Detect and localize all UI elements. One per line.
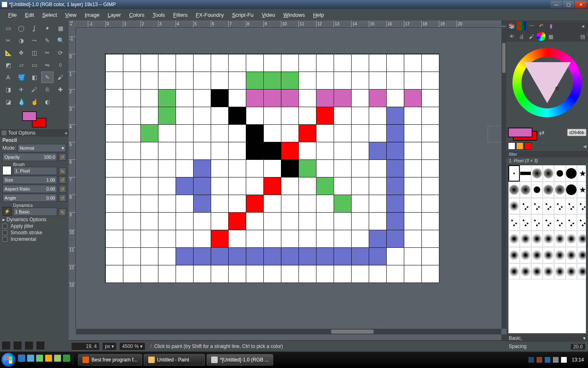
tray-icon[interactable] xyxy=(545,357,550,363)
pixel[interactable] xyxy=(158,90,176,107)
tool-paintbrush[interactable]: 🖌 xyxy=(54,72,67,83)
save-preset-button[interactable] xyxy=(2,341,11,350)
scrollbar-thumb[interactable] xyxy=(502,43,506,73)
tool-scissors[interactable]: ✂ xyxy=(2,35,14,46)
tray-icon[interactable] xyxy=(537,357,542,363)
ql-icon[interactable] xyxy=(45,355,52,362)
pixel[interactable] xyxy=(387,142,404,159)
color-hex-field[interactable]: d264bb xyxy=(567,129,586,136)
pixel[interactable] xyxy=(229,107,246,124)
spacing-field[interactable]: Spacing 20.0 xyxy=(506,342,588,352)
pixel[interactable] xyxy=(299,125,316,142)
pixel[interactable] xyxy=(334,248,351,265)
window-minimize-button[interactable]: — xyxy=(550,1,562,8)
brush-thumb[interactable] xyxy=(531,263,543,280)
aspect-reset-button[interactable]: ↺ xyxy=(59,185,66,193)
brush-preview[interactable] xyxy=(2,166,11,175)
pixel[interactable] xyxy=(369,90,386,107)
brush-thumb[interactable] xyxy=(554,165,566,182)
pixel[interactable] xyxy=(246,248,263,265)
brush-thumb[interactable] xyxy=(520,165,531,182)
brush-thumb[interactable] xyxy=(554,263,566,280)
pixel[interactable] xyxy=(369,230,386,247)
brush-thumb[interactable] xyxy=(543,247,554,263)
brush-tab-icon[interactable]: 🖌 xyxy=(527,32,536,41)
brush-thumb[interactable] xyxy=(566,165,577,182)
brush-thumb[interactable] xyxy=(531,165,543,182)
fg-color-swatch[interactable] xyxy=(22,111,37,121)
tool-heal[interactable]: ✚ xyxy=(54,84,67,95)
pixel[interactable] xyxy=(316,248,334,265)
tool-eraser[interactable]: ◨ xyxy=(2,84,14,95)
pixel[interactable] xyxy=(387,213,404,230)
menu-layer[interactable]: Layer xyxy=(104,10,125,20)
pixel[interactable] xyxy=(194,248,211,265)
scrollbar-vertical[interactable] xyxy=(501,28,506,329)
tray-icon[interactable] xyxy=(553,357,559,363)
pixel[interactable] xyxy=(369,142,386,159)
tool-blend[interactable]: ◧ xyxy=(28,72,40,83)
brush-thumb[interactable] xyxy=(531,214,543,231)
tool-ellipse-select[interactable]: ◯ xyxy=(15,22,27,34)
tool-free-select[interactable]: ʆ xyxy=(28,22,40,34)
taskbar-button[interactable]: Untitled - Paint xyxy=(144,354,205,366)
tool-pencil[interactable]: ✎ xyxy=(41,72,53,83)
brush-thumb[interactable]: ★ xyxy=(577,165,586,182)
size-reset-button[interactable]: ↺ xyxy=(59,176,66,184)
pixel[interactable] xyxy=(387,195,404,212)
brush-thumb[interactable]: ★ xyxy=(577,182,586,198)
menu-file[interactable]: File xyxy=(4,10,21,20)
incremental-checkbox[interactable]: Incremental xyxy=(2,236,66,242)
brush-thumb[interactable] xyxy=(554,247,566,263)
delete-preset-button[interactable] xyxy=(24,341,33,350)
menu-filters[interactable]: Filters xyxy=(169,10,192,20)
pixel[interactable] xyxy=(194,177,211,195)
right-fg-swatch[interactable] xyxy=(508,128,532,137)
bookmark-tab-icon[interactable]: ▮ xyxy=(546,21,555,30)
angle-field[interactable]: Angle0.00 xyxy=(2,194,57,202)
tool-align[interactable]: ◫ xyxy=(28,47,40,58)
tool-ink[interactable]: 🖋 xyxy=(28,84,40,95)
swap-colors-icon[interactable]: ⇄ xyxy=(539,129,544,137)
pixel[interactable] xyxy=(334,195,351,212)
pixel[interactable] xyxy=(246,125,263,142)
taskbar-button[interactable]: *[Untitled]-1.0 (RGB ... xyxy=(207,354,273,366)
aspect-field[interactable]: Aspect Ratio0.00 xyxy=(2,185,57,193)
brush-thumb[interactable] xyxy=(508,214,520,231)
opacity-slider[interactable]: Opacity100.0 xyxy=(2,153,57,161)
tool-rect-select[interactable]: ▭ xyxy=(2,22,14,34)
pixel[interactable] xyxy=(211,230,228,247)
tool-scale[interactable]: ◩ xyxy=(2,59,14,71)
brush-thumb[interactable] xyxy=(520,214,531,231)
pixel[interactable] xyxy=(281,72,298,89)
pixel[interactable] xyxy=(229,213,246,230)
pixel[interactable] xyxy=(387,107,404,124)
pixel[interactable] xyxy=(176,248,193,265)
swatch[interactable] xyxy=(516,142,523,150)
pixel[interactable] xyxy=(352,248,369,265)
pixel[interactable] xyxy=(299,160,316,177)
taskbar-button[interactable]: Best free program f... xyxy=(78,354,142,366)
brush-thumb[interactable] xyxy=(543,165,554,182)
brush-thumb[interactable] xyxy=(531,198,543,214)
menu-image[interactable]: Image xyxy=(80,10,103,20)
brush-thumb[interactable] xyxy=(508,231,520,247)
brush-thumb[interactable] xyxy=(520,263,531,280)
brush-thumb[interactable] xyxy=(554,231,566,247)
pixel[interactable] xyxy=(176,177,193,195)
color-wheel[interactable] xyxy=(506,42,588,123)
scrollbar-horizontal[interactable] xyxy=(76,329,501,334)
pixel[interactable] xyxy=(246,142,263,159)
dynamics-options-expander[interactable]: ▸ Dynamics Options xyxy=(2,217,66,222)
pixel[interactable] xyxy=(404,90,421,107)
tool-perspective[interactable]: ▭ xyxy=(28,59,40,71)
brush-thumb[interactable] xyxy=(577,198,586,214)
brush-thumb[interactable] xyxy=(566,198,577,214)
brush-thumb[interactable] xyxy=(543,182,554,198)
tool-color-picker[interactable]: ✎ xyxy=(41,35,53,46)
pixel[interactable] xyxy=(246,90,263,107)
pixel[interactable] xyxy=(211,90,228,107)
tool-bucket[interactable]: 🪣 xyxy=(15,72,27,83)
brush-thumb[interactable] xyxy=(554,214,566,231)
brush-thumb[interactable] xyxy=(520,182,531,198)
